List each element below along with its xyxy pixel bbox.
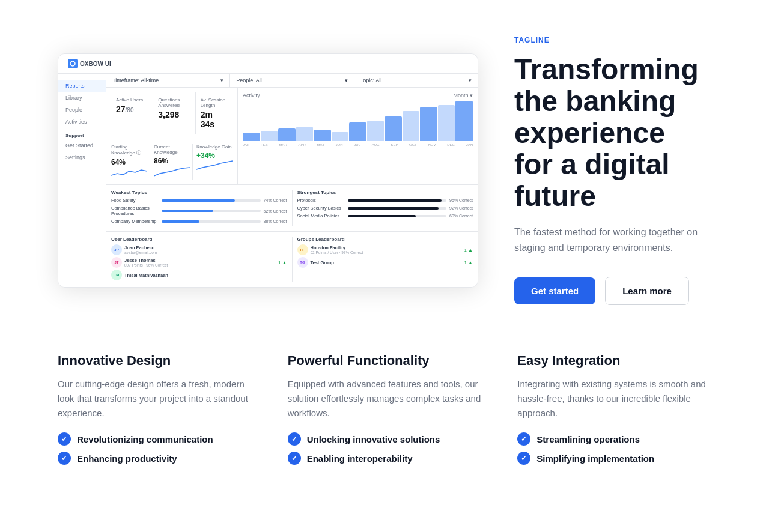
hero-title: Transforming the banking experience for … [514, 54, 711, 213]
activity-x-axis: JANFEBMARAPRMAYJUNJULAUGSEPOCTNOVDECJAN [243, 143, 473, 147]
avatar-juan: JP [111, 244, 122, 255]
groups-leaderboard: Groups Leaderboard HF Houston Facility 5… [292, 237, 473, 282]
check-icon-1-1: ✓ [288, 452, 301, 465]
user-leaderboard: User Leaderboard JP Juan Pacheco avatar@… [111, 237, 287, 282]
feature-easy-integration: Easy Integration Integrating with existi… [517, 353, 711, 471]
feature-item-1-0: ✓ Unlocking innovative solutions [288, 432, 482, 446]
weakest-topics: Weakest Topics Food Safety 74% Correct C… [111, 190, 287, 226]
dashboard-logo: OXBOW UI [68, 59, 111, 68]
topic-food-safety: Food Safety 74% Correct [111, 198, 287, 203]
feature-item-0-0: ✓ Revolutionizing communication [58, 432, 252, 446]
lb-user-2: JT Jesse Thomas 897 Points · 96% Correct… [111, 257, 287, 268]
tagline-label: TAGLINE [514, 36, 711, 44]
dashboard-filters: Timeframe: All-time▾ People: All▾ Topic:… [106, 74, 478, 88]
dashboard-sidebar: Reports Library People Activities Suppor… [58, 74, 106, 287]
feature-item-0-1: ✓ Enhancing productivity [58, 452, 252, 465]
check-icon-0-1: ✓ [58, 452, 71, 465]
get-started-button[interactable]: Get started [514, 277, 595, 304]
avatar-jesse: JT [111, 257, 122, 268]
topic-protocols: Protocols 95% Correct [297, 198, 473, 203]
leaderboard-row: User Leaderboard JP Juan Pacheco avatar@… [106, 232, 478, 287]
knowledge-stats: Starting Knowledge ⓘ 64% Current Knowled… [106, 139, 237, 184]
learn-more-button[interactable]: Learn more [605, 277, 689, 305]
hero-buttons: Get started Learn more [514, 277, 711, 305]
topic-company: Company Membership 38% Correct [111, 219, 287, 224]
top-stats: Active Users 27/80 Questions Answered 3,… [106, 88, 237, 139]
lb-user-1: JP Juan Pacheco avatar@email.com [111, 244, 287, 255]
lb-group-1: HF Houston Facility 52 Points / User · 9… [297, 244, 473, 255]
sidebar-section-support: Support [58, 128, 106, 139]
topic-social-media: Social Media Policies 69% Correct [297, 213, 473, 219]
lb-user-3: TM Thisal Mathivazhaan [111, 270, 287, 280]
filter-topic[interactable]: Topic: All▾ [354, 74, 478, 87]
check-icon-2-1: ✓ [517, 452, 530, 465]
check-icon-2-0: ✓ [517, 432, 530, 446]
dashboard-mockup: OXBOW UI Reports Library People Activiti… [58, 53, 478, 288]
avatar-houston: HF [297, 244, 308, 255]
activity-bars [243, 101, 473, 143]
filter-timeframe[interactable]: Timeframe: All-time▾ [106, 74, 230, 87]
feature-innovative-design: Innovative Design Our cutting-edge desig… [58, 353, 252, 471]
feature-item-2-0: ✓ Streamlining operations [517, 432, 711, 446]
sidebar-item-activities[interactable]: Activities [58, 116, 106, 128]
strongest-topics: Strongest Topics Protocols 95% Correct C… [292, 190, 473, 226]
topic-compliance: Compliance Basics Procedures 52% Correct [111, 205, 287, 216]
sidebar-item-getstarted[interactable]: Get Started [58, 139, 106, 151]
sidebar-item-people[interactable]: People [58, 104, 106, 116]
feature-desc-2: Integrating with existing systems is smo… [517, 377, 711, 420]
feature-title-0: Innovative Design [58, 353, 252, 369]
stat-session: Av. Session Length 2m 34s [195, 92, 233, 134]
hero-subtitle: The fastest method for working together … [514, 225, 711, 255]
feature-desc-0: Our cutting-edge design offers a fresh, … [58, 377, 252, 420]
sidebar-item-reports[interactable]: Reports [58, 80, 106, 92]
knowledge-starting: Starting Knowledge ⓘ 64% [111, 144, 147, 180]
feature-list-2: ✓ Streamlining operations ✓ Simplifying … [517, 432, 711, 465]
feature-title-2: Easy Integration [517, 353, 711, 369]
knowledge-current: Current Knowledge 86% [150, 144, 190, 180]
feature-item-2-1: ✓ Simplifying implementation [517, 452, 711, 465]
dashboard-header: OXBOW UI [58, 54, 478, 74]
feature-title-1: Powerful Functionality [288, 353, 482, 369]
knowledge-gain: Knowledge Gain +34% [192, 144, 233, 180]
stat-questions: Questions Answered 3,298 [153, 92, 190, 134]
filter-people[interactable]: People: All▾ [230, 74, 354, 87]
dashboard-main: Timeframe: All-time▾ People: All▾ Topic:… [106, 74, 478, 287]
stat-active-users: Active Users 27/80 [111, 92, 148, 134]
stats-activity-row: Active Users 27/80 Questions Answered 3,… [106, 88, 478, 185]
feature-list-0: ✓ Revolutionizing communication ✓ Enhanc… [58, 432, 252, 465]
svg-point-0 [70, 61, 75, 66]
check-icon-0-0: ✓ [58, 432, 71, 446]
hero-content: TAGLINE Transforming the banking experie… [514, 36, 711, 305]
activity-chart: Activity Month ▾ [237, 88, 478, 184]
avatar-thisal: TM [111, 270, 122, 280]
topics-row: Weakest Topics Food Safety 74% Correct C… [106, 185, 478, 232]
avatar-testgroup: TG [297, 257, 308, 268]
feature-item-1-1: ✓ Enabling interoperability [288, 452, 482, 465]
logo-text: OXBOW UI [80, 61, 111, 67]
sidebar-item-settings[interactable]: Settings [58, 151, 106, 163]
feature-list-1: ✓ Unlocking innovative solutions ✓ Enabl… [288, 432, 482, 465]
feature-desc-1: Equipped with advanced features and tool… [288, 377, 482, 420]
hero-section: OXBOW UI Reports Library People Activiti… [0, 0, 769, 329]
lb-group-2: TG Test Group 1 ▲ [297, 257, 473, 268]
topic-cybersecurity: Cyber Security Basics 92% Correct [297, 205, 473, 211]
logo-icon [68, 59, 78, 68]
features-section: Innovative Design Our cutting-edge desig… [0, 329, 769, 507]
stats-column: Active Users 27/80 Questions Answered 3,… [106, 88, 237, 184]
feature-powerful-functionality: Powerful Functionality Equipped with adv… [288, 353, 482, 471]
sidebar-item-library[interactable]: Library [58, 92, 106, 104]
check-icon-1-0: ✓ [288, 432, 301, 446]
dashboard-body: Reports Library People Activities Suppor… [58, 74, 478, 287]
